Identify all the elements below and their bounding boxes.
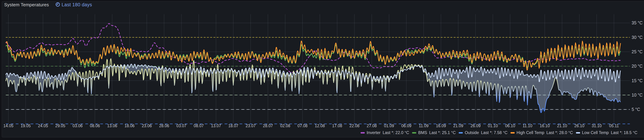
svg-text:26.09: 26.09 [470, 123, 481, 128]
svg-text:08.07: 08.07 [194, 123, 204, 128]
svg-text:22.08: 22.08 [350, 123, 360, 128]
svg-text:03.07: 03.07 [176, 123, 186, 128]
svg-text:13.07: 13.07 [211, 123, 221, 128]
svg-text:28.06: 28.06 [159, 123, 169, 128]
svg-text:27.08: 27.08 [367, 123, 377, 128]
svg-text:5 °C: 5 °C [632, 107, 640, 112]
svg-text:28.07: 28.07 [263, 123, 273, 128]
svg-text:35 °C: 35 °C [632, 20, 642, 25]
svg-text:23.07: 23.07 [246, 123, 256, 128]
svg-text:06.10: 06.10 [505, 123, 515, 128]
svg-text:10 °C: 10 °C [632, 93, 642, 97]
svg-text:12.08: 12.08 [315, 123, 325, 128]
svg-text:23.06: 23.06 [142, 123, 152, 128]
svg-text:03.06: 03.06 [72, 123, 83, 128]
svg-text:11.10: 11.10 [522, 123, 532, 128]
svg-text:15 °C: 15 °C [632, 78, 642, 83]
svg-text:29.05: 29.05 [55, 123, 66, 128]
svg-text:18.06: 18.06 [124, 123, 134, 128]
svg-text:24.05: 24.05 [38, 123, 48, 128]
svg-text:25 °C: 25 °C [632, 49, 642, 54]
svg-text:06.09: 06.09 [401, 123, 411, 128]
svg-text:01.09: 01.09 [384, 123, 394, 128]
svg-text:19.05: 19.05 [20, 123, 31, 128]
svg-text:21.09: 21.09 [453, 123, 463, 128]
svg-text:11.09: 11.09 [419, 123, 428, 128]
svg-text:31.10: 31.10 [592, 123, 602, 128]
svg-text:30 °C: 30 °C [632, 35, 642, 40]
svg-text:26.10: 26.10 [574, 123, 584, 128]
svg-text:14.05: 14.05 [3, 123, 14, 128]
svg-text:05.11: 05.11 [609, 123, 619, 128]
svg-text:07.08: 07.08 [298, 123, 308, 128]
svg-text:02.08: 02.08 [280, 123, 290, 128]
svg-text:21.10: 21.10 [557, 123, 567, 128]
svg-text:16.09: 16.09 [436, 123, 446, 128]
svg-text:08.06: 08.06 [90, 123, 100, 128]
svg-text:16.10: 16.10 [540, 123, 550, 128]
svg-text:17.08: 17.08 [332, 123, 342, 128]
svg-text:18.07: 18.07 [228, 123, 238, 128]
svg-text:20 °C: 20 °C [632, 64, 642, 68]
svg-text:01.10: 01.10 [488, 123, 498, 128]
svg-text:13.06: 13.06 [107, 123, 117, 128]
